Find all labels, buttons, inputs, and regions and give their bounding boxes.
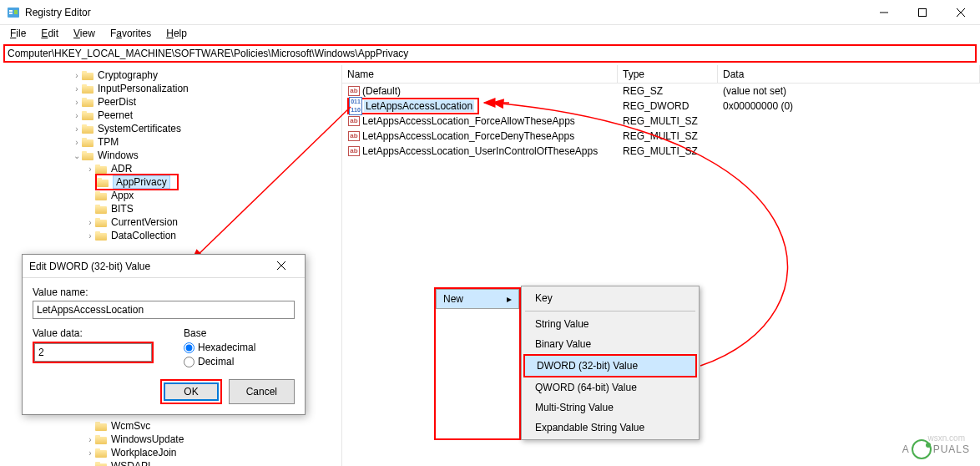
ctx-item[interactable]: Binary Value: [523, 334, 697, 354]
col-data[interactable]: Data: [718, 65, 980, 83]
chevron-icon[interactable]: ›: [72, 124, 82, 134]
dec-label: Decimal: [198, 356, 234, 367]
chevron-icon[interactable]: ›: [72, 98, 82, 107]
dialog-close-button[interactable]: [265, 261, 298, 272]
value-type: REG_SZ: [618, 85, 718, 97]
chevron-icon[interactable]: ›: [72, 84, 82, 94]
tree-label: WorkplaceJoin: [111, 447, 176, 458]
col-type[interactable]: Type: [618, 65, 718, 83]
address-text: Computer\HKEY_LOCAL_MACHINE\SOFTWARE\Pol…: [8, 48, 408, 59]
chevron-icon[interactable]: ›: [85, 448, 95, 458]
value-name: LetAppsAccessLocation: [364, 100, 474, 112]
value-type: REG_DWORD: [618, 100, 718, 112]
tree-label: Cryptography: [98, 69, 158, 81]
dec-radio[interactable]: [184, 357, 194, 367]
list-row[interactable]: ab(Default)REG_SZ(value not set): [342, 84, 980, 99]
string-value-icon: ab: [347, 129, 361, 143]
chevron-icon[interactable]: ›: [85, 435, 95, 444]
tree-item[interactable]: ›Peernet: [0, 109, 341, 122]
folder-icon: [82, 149, 95, 161]
tree-label: WindowsUpdate: [111, 433, 184, 445]
menu-file[interactable]: File: [3, 26, 33, 41]
col-name[interactable]: Name: [342, 65, 618, 83]
value-type: REG_MULTI_SZ: [618, 130, 718, 142]
string-value-icon: ab: [347, 114, 361, 128]
list-row[interactable]: abLetAppsAccessLocation_ForceAllowTheseA…: [342, 114, 980, 129]
tree-item[interactable]: ›CurrentVersion: [0, 215, 341, 229]
tree-label: ADR: [111, 163, 132, 175]
folder-icon: [97, 176, 110, 188]
folder-icon: [95, 203, 109, 215]
ctx-item[interactable]: Multi-String Value: [523, 398, 697, 418]
chevron-icon[interactable]: ›: [85, 231, 95, 241]
value-name: LetAppsAccessLocation_ForceDenyTheseApps: [362, 130, 574, 142]
dialog-title-bar[interactable]: Edit DWORD (32-bit) Value: [23, 255, 305, 278]
chevron-icon[interactable]: ›: [72, 71, 82, 80]
menu-edit[interactable]: Edit: [34, 26, 65, 41]
tree-label: BITS: [111, 203, 134, 215]
tree-item[interactable]: ›PeerDist: [0, 95, 341, 109]
ctx-item-dword32[interactable]: DWORD (32-bit) Value: [525, 356, 695, 376]
tree-item[interactable]: ›WindowsUpdate: [0, 433, 341, 446]
minimize-button[interactable]: [865, 0, 903, 25]
cancel-button[interactable]: Cancel: [229, 379, 295, 404]
value-name-input[interactable]: [33, 301, 295, 319]
logo-icon: [912, 439, 932, 459]
ok-button[interactable]: OK: [164, 382, 218, 401]
tree-item[interactable]: ›InputPersonalization: [0, 82, 341, 95]
svg-rect-5: [919, 9, 927, 17]
menu-favorites[interactable]: Favorites: [104, 26, 158, 41]
chevron-icon[interactable]: ›: [85, 165, 95, 174]
folder-icon: [82, 96, 95, 108]
ctx-item[interactable]: String Value: [523, 314, 697, 334]
chevron-icon[interactable]: ⌄: [72, 151, 82, 160]
hex-label: Hexadecimal: [198, 342, 255, 353]
ctx-item[interactable]: Expandable String Value: [523, 418, 697, 438]
tree-label: SystemCertificates: [98, 123, 181, 134]
ctx-new[interactable]: New ▸: [437, 290, 518, 308]
ctx-item[interactable]: QWORD (64-bit) Value: [523, 377, 697, 398]
tree-item[interactable]: ⌄Windows: [0, 149, 341, 162]
tree-item[interactable]: ›TPM: [0, 135, 341, 149]
ctx-item[interactable]: Key: [523, 288, 697, 308]
value-data-input[interactable]: [34, 343, 152, 362]
tree-label: DataCollection: [111, 230, 176, 241]
tree-item[interactable]: ›WorkplaceJoin: [0, 446, 341, 459]
list-row[interactable]: abLetAppsAccessLocation_UserInControlOfT…: [342, 144, 980, 159]
tree-label: WcmSvc: [111, 420, 150, 432]
address-bar[interactable]: Computer\HKEY_LOCAL_MACHINE\SOFTWARE\Pol…: [3, 44, 977, 63]
tree-item[interactable]: AppPrivacy: [0, 175, 341, 189]
tree-item[interactable]: WcmSvc: [0, 419, 341, 433]
svg-rect-1: [9, 10, 13, 12]
menu-help[interactable]: Help: [159, 26, 194, 41]
watermark: APUALS: [902, 439, 970, 459]
tree-label: PeerDist: [98, 96, 136, 108]
close-button[interactable]: [942, 0, 980, 25]
list-row[interactable]: 011110LetAppsAccessLocationREG_DWORD0x00…: [342, 99, 980, 114]
value-data: (value not set): [718, 85, 980, 97]
list-row[interactable]: abLetAppsAccessLocation_ForceDenyTheseAp…: [342, 129, 980, 144]
tree-label: WSDAPI: [111, 460, 150, 466]
folder-icon: [82, 136, 95, 148]
string-value-icon: ab: [347, 84, 361, 98]
context-menu: New ▸ KeyString ValueBinary ValueDWORD (…: [434, 287, 700, 440]
tree-item[interactable]: WSDAPI: [0, 459, 341, 466]
tree-item[interactable]: ›SystemCertificates: [0, 122, 341, 135]
folder-icon: [95, 230, 109, 241]
menu-bar: File Edit View Favorites Help: [0, 25, 980, 42]
maximize-button[interactable]: [903, 0, 942, 25]
tree-item[interactable]: ›DataCollection: [0, 229, 341, 242]
chevron-icon[interactable]: ›: [72, 138, 82, 147]
chevron-icon[interactable]: ›: [85, 218, 95, 227]
chevron-icon[interactable]: ›: [72, 111, 82, 120]
tree-item[interactable]: Appx: [0, 189, 341, 202]
hex-radio[interactable]: [184, 342, 194, 353]
tree-item[interactable]: BITS: [0, 202, 341, 215]
tree-item[interactable]: ›Cryptography: [0, 68, 341, 82]
folder-icon: [95, 190, 109, 201]
svg-rect-2: [9, 13, 13, 14]
title-bar: Registry Editor: [0, 0, 980, 25]
folder-icon: [82, 109, 95, 121]
value-name: LetAppsAccessLocation_ForceAllowTheseApp…: [362, 115, 575, 127]
menu-view[interactable]: View: [67, 26, 102, 41]
